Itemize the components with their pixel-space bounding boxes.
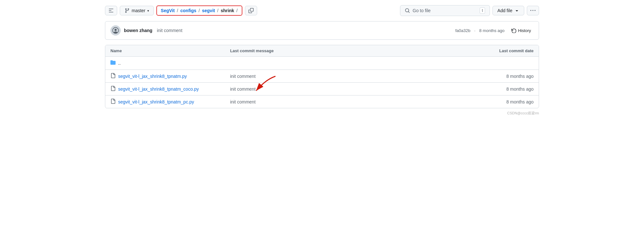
- toolbar: master ▾ SegVit / configs / segvit / shr…: [105, 5, 539, 16]
- file-name-cell-parent[interactable]: ..: [110, 60, 230, 66]
- table-row: segvit_vit-l_jax_shrink8_tpnatm_pc.py in…: [105, 95, 539, 108]
- avatar: [110, 25, 121, 36]
- history-button[interactable]: History: [509, 27, 534, 34]
- commit-message: init comment: [157, 28, 182, 33]
- commit-hash: fa0a32b: [455, 28, 470, 33]
- col-commit-date: Last commit date: [469, 48, 534, 53]
- search-icon: [405, 8, 410, 13]
- add-file-label: Add file: [497, 8, 512, 13]
- breadcrumb-configs[interactable]: configs: [180, 8, 196, 13]
- table-row: segvit_vit-l_jax_shrink8_tpnatm.py init …: [105, 70, 539, 83]
- branch-selector-button[interactable]: master ▾: [120, 6, 154, 15]
- file-name-cell-2[interactable]: segvit_vit-l_jax_shrink8_tpnatm_coco.py: [110, 86, 230, 92]
- file-icon: [110, 73, 116, 79]
- breadcrumb-segvit2[interactable]: segvit: [202, 8, 215, 13]
- file-name-1: segvit_vit-l_jax_shrink8_tpnatm.py: [118, 74, 187, 79]
- commit-bar: bowen zhang init comment fa0a32b · 8 mon…: [105, 21, 539, 40]
- watermark: CSDN@cccc搭梁rm: [105, 111, 539, 116]
- history-label: History: [518, 28, 531, 33]
- col-name: Name: [110, 48, 230, 53]
- table-header: Name Last commit message Last commit dat…: [105, 45, 539, 57]
- breadcrumb-segvit[interactable]: SegVit: [161, 8, 175, 13]
- breadcrumb-sep-1: /: [176, 8, 179, 13]
- add-file-chevron-icon: [514, 8, 519, 13]
- breadcrumb-shrink: shrink: [221, 8, 234, 13]
- breadcrumb-trailing-sep: /: [235, 8, 238, 13]
- file-name-cell-3[interactable]: segvit_vit-l_jax_shrink8_tpnatm_pc.py: [110, 99, 230, 105]
- add-file-button[interactable]: Add file: [492, 6, 524, 15]
- commit-dot: ·: [474, 28, 475, 33]
- history-icon: [511, 28, 516, 33]
- breadcrumb-sep-3: /: [216, 8, 220, 13]
- commit-msg-1: init comment: [230, 74, 469, 79]
- commit-time: 8 months ago: [479, 28, 505, 33]
- search-shortcut-key: t: [480, 7, 485, 14]
- more-options-button[interactable]: [527, 6, 539, 15]
- search-box[interactable]: Go to file t: [400, 5, 490, 16]
- more-icon: [530, 8, 535, 13]
- file-name-3: segvit_vit-l_jax_shrink8_tpnatm_pc.py: [118, 99, 194, 104]
- commit-author: bowen zhang: [124, 28, 152, 33]
- file-name-2: segvit_vit-l_jax_shrink8_tpnatm_coco.py: [118, 87, 199, 92]
- search-placeholder: Go to file: [413, 8, 431, 13]
- folder-icon: [110, 60, 116, 66]
- sidebar-toggle-button[interactable]: [105, 6, 117, 15]
- file-name-cell-1[interactable]: segvit_vit-l_jax_shrink8_tpnatm.py: [110, 73, 230, 79]
- commit-meta: fa0a32b · 8 months ago History: [455, 27, 534, 34]
- file-table: Name Last commit message Last commit dat…: [105, 45, 539, 108]
- parent-dir-label: ..: [118, 61, 121, 66]
- breadcrumb: SegVit / configs / segvit / shrink /: [156, 5, 242, 16]
- breadcrumb-sep-2: /: [197, 8, 201, 13]
- table-row: segvit_vit-l_jax_shrink8_tpnatm_coco.py …: [105, 83, 539, 95]
- file-icon: [110, 86, 116, 92]
- col-commit-message: Last commit message: [230, 48, 469, 53]
- commit-msg-3: init comment: [230, 99, 469, 104]
- branch-name: master: [132, 8, 145, 13]
- commit-date-3: 8 months ago: [469, 99, 534, 104]
- commit-date-1: 8 months ago: [469, 74, 534, 79]
- commit-date-2: 8 months ago: [469, 87, 534, 92]
- commit-msg-2: init comment: [230, 87, 469, 92]
- copy-path-button[interactable]: [245, 6, 257, 15]
- file-icon: [110, 99, 116, 105]
- branch-chevron-icon: ▾: [147, 9, 149, 12]
- table-row: ..: [105, 57, 539, 70]
